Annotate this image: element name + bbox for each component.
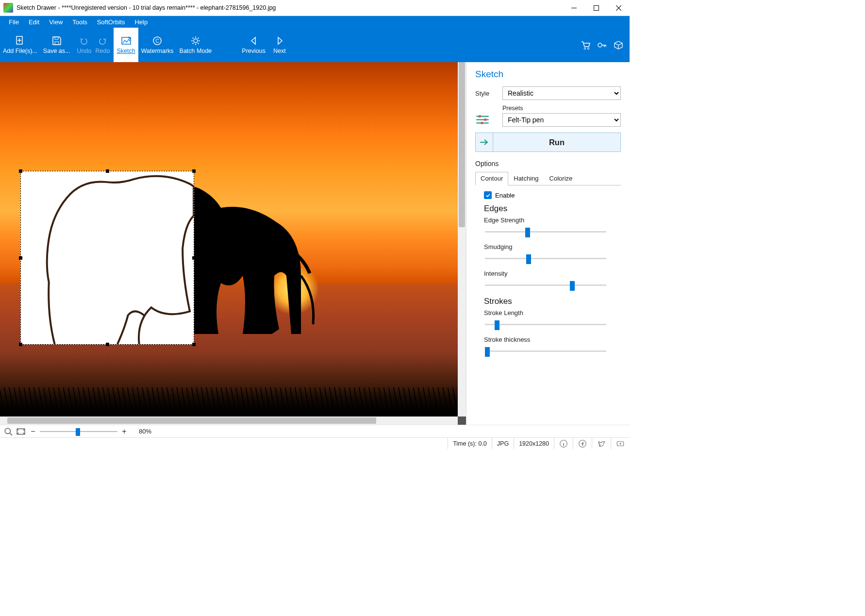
- add-files-button[interactable]: Add File(s)...: [0, 28, 40, 62]
- toolbar: Add File(s)... Save as... Undo Redo Sket…: [0, 28, 630, 62]
- resize-handle[interactable]: [19, 169, 22, 173]
- save-icon: [51, 35, 62, 46]
- svg-text:C: C: [156, 38, 159, 44]
- svg-rect-13: [481, 122, 483, 125]
- menubar: File Edit View Tools SoftOrbits Help: [0, 16, 630, 28]
- close-button[interactable]: [607, 0, 630, 16]
- key-icon[interactable]: [597, 40, 607, 50]
- edge-strength-slider[interactable]: [485, 227, 606, 236]
- resize-handle[interactable]: [192, 169, 196, 173]
- svg-point-14: [5, 428, 10, 433]
- zoom-bar: − + 80%: [0, 425, 630, 437]
- menu-softorbits[interactable]: SoftOrbits: [92, 17, 130, 27]
- redo-button: Redo: [91, 28, 114, 62]
- titlebar: Sketch Drawer - ****Unregistered version…: [0, 0, 630, 16]
- svg-rect-0: [594, 5, 599, 10]
- redo-icon: [97, 35, 108, 46]
- panel-title: Sketch: [475, 69, 621, 80]
- side-panel: Sketch Style Realistic Presets Felt-Tip …: [466, 62, 630, 425]
- info-icon[interactable]: [559, 439, 568, 448]
- menu-help[interactable]: Help: [130, 17, 152, 27]
- window-title: Sketch Drawer - ****Unregistered version…: [17, 4, 563, 11]
- watermarks-button[interactable]: C Watermarks: [138, 28, 177, 62]
- status-format: JPG: [492, 438, 514, 449]
- stroke-thickness-label: Stroke thickness: [484, 336, 621, 343]
- svg-rect-12: [484, 119, 486, 121]
- zoom-out-button[interactable]: −: [29, 428, 37, 435]
- style-label: Style: [475, 90, 502, 97]
- batch-mode-button[interactable]: Batch Mode: [177, 28, 215, 62]
- svg-point-8: [584, 48, 585, 49]
- watermark-icon: C: [152, 35, 163, 46]
- presets-label: Presets: [502, 105, 621, 112]
- strokes-group: Strokes: [484, 297, 621, 306]
- save-as-button[interactable]: Save as...: [40, 28, 73, 62]
- svg-rect-11: [479, 116, 481, 118]
- zoom-in-button[interactable]: +: [120, 428, 128, 435]
- run-button[interactable]: Run: [493, 133, 621, 152]
- smudging-slider[interactable]: [485, 253, 606, 263]
- enable-checkbox[interactable]: [484, 191, 492, 199]
- status-dimensions: 1920x1280: [514, 438, 554, 449]
- stroke-thickness-slider[interactable]: [485, 346, 606, 356]
- tab-hatching[interactable]: Hatching: [508, 172, 544, 185]
- stroke-length-slider[interactable]: [485, 319, 606, 329]
- intensity-label: Intensity: [484, 270, 621, 277]
- undo-icon: [79, 35, 89, 46]
- svg-point-7: [194, 39, 198, 43]
- svg-point-9: [587, 48, 589, 49]
- app-icon: [3, 3, 13, 13]
- stroke-length-label: Stroke Length: [484, 309, 621, 316]
- canvas-area[interactable]: [0, 62, 466, 425]
- resize-handle[interactable]: [106, 169, 109, 173]
- horizontal-scrollbar[interactable]: [0, 416, 458, 425]
- youtube-icon[interactable]: [616, 439, 625, 448]
- add-file-icon: [15, 35, 25, 46]
- image-foreground: [0, 387, 458, 416]
- next-button[interactable]: Next: [268, 28, 291, 62]
- style-select[interactable]: Realistic: [502, 86, 621, 100]
- menu-view[interactable]: View: [44, 17, 67, 27]
- options-header: Options: [475, 160, 621, 167]
- minimize-button[interactable]: [563, 0, 585, 16]
- enable-label: Enable: [495, 192, 515, 199]
- menu-file[interactable]: File: [4, 17, 24, 27]
- facebook-icon[interactable]: [578, 439, 587, 448]
- resize-handle[interactable]: [19, 343, 22, 346]
- tab-contour[interactable]: Contour: [475, 172, 508, 185]
- resize-handle[interactable]: [192, 256, 196, 260]
- zoom-fit-icon[interactable]: [17, 427, 25, 436]
- run-arrow-icon: [475, 133, 493, 152]
- svg-rect-2: [55, 42, 59, 45]
- zoom-actual-icon[interactable]: [4, 427, 13, 436]
- sketch-button[interactable]: Sketch: [114, 28, 138, 62]
- resize-handle[interactable]: [192, 343, 196, 346]
- previous-button[interactable]: Previous: [239, 28, 268, 62]
- sketch-icon: [121, 35, 132, 46]
- resize-handle[interactable]: [19, 256, 22, 260]
- zoom-slider[interactable]: [40, 428, 117, 435]
- arrow-right-icon: [274, 35, 285, 46]
- status-bar: Time (s): 0.0 JPG 1920x1280: [0, 437, 630, 449]
- edges-group: Edges: [484, 204, 621, 214]
- arrow-left-icon: [249, 35, 259, 46]
- maximize-button[interactable]: [585, 0, 607, 16]
- cart-icon[interactable]: [580, 40, 591, 50]
- options-tabs: Contour Hatching Colorize: [475, 171, 621, 185]
- svg-point-10: [598, 43, 602, 47]
- edge-strength-label: Edge Strength: [484, 216, 621, 224]
- menu-tools[interactable]: Tools: [67, 17, 92, 27]
- intensity-slider[interactable]: [485, 280, 606, 290]
- status-time: Time (s): 0.0: [448, 438, 492, 449]
- resize-handle[interactable]: [106, 343, 109, 346]
- preset-select[interactable]: Felt-Tip pen: [502, 113, 621, 127]
- sketch-outline: [21, 171, 194, 344]
- box-icon[interactable]: [613, 40, 624, 50]
- twitter-icon[interactable]: [597, 439, 606, 448]
- vertical-scrollbar[interactable]: [458, 62, 466, 416]
- sliders-icon[interactable]: [475, 115, 490, 125]
- tab-colorize[interactable]: Colorize: [544, 172, 578, 185]
- zoom-percent: 80%: [139, 428, 151, 435]
- selection-preview[interactable]: [20, 171, 194, 345]
- menu-edit[interactable]: Edit: [24, 17, 44, 27]
